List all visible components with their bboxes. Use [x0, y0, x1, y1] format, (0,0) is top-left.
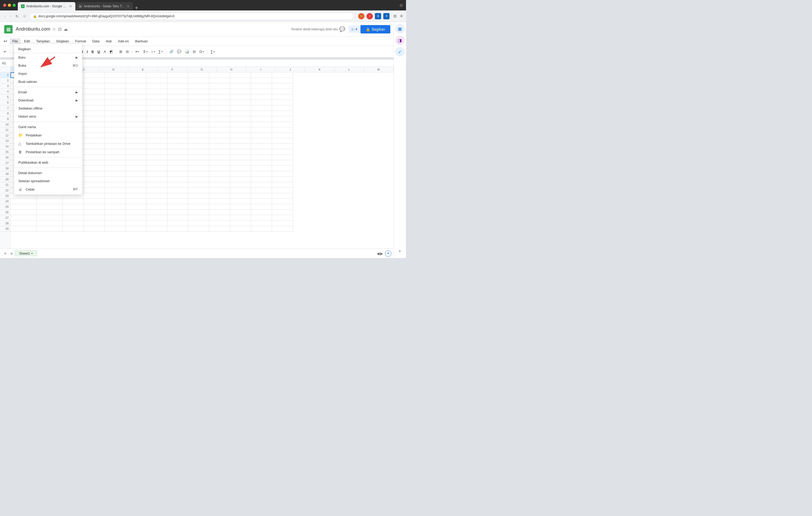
- cell-M6[interactable]: [272, 100, 293, 105]
- cell-J12[interactable]: [209, 133, 230, 138]
- cell-I13[interactable]: [188, 138, 209, 144]
- cell-I19[interactable]: [188, 171, 209, 177]
- cell-F17[interactable]: [125, 160, 146, 166]
- cell-M5[interactable]: [272, 94, 293, 100]
- cell-B29[interactable]: [37, 226, 63, 232]
- cell-E5[interactable]: [105, 94, 125, 100]
- cell-G17[interactable]: [146, 160, 167, 166]
- cell-D19[interactable]: [84, 171, 105, 177]
- cell-H28[interactable]: [167, 221, 188, 226]
- scroll-right-button[interactable]: ▶: [380, 251, 383, 256]
- cell-M22[interactable]: [272, 188, 293, 193]
- cell-H12[interactable]: [167, 133, 188, 138]
- cell-E14[interactable]: [105, 144, 125, 149]
- cell-M11[interactable]: [272, 127, 293, 133]
- cell-A29[interactable]: [10, 226, 37, 232]
- sidebar-forms-icon[interactable]: ◨: [395, 35, 405, 45]
- row-13[interactable]: 13: [0, 138, 10, 144]
- cell-E24[interactable]: [105, 199, 125, 204]
- cell-D16[interactable]: [84, 155, 105, 160]
- function-button[interactable]: ∑ ▾: [157, 49, 164, 55]
- sidebar-add-icon[interactable]: +: [395, 246, 405, 256]
- chart-button[interactable]: 📊: [183, 49, 191, 55]
- row-12[interactable]: 12: [0, 133, 10, 138]
- cell-G3[interactable]: [146, 83, 167, 89]
- cell-E13[interactable]: [105, 138, 125, 144]
- row-7[interactable]: 7: [0, 105, 10, 111]
- cell-E2[interactable]: [105, 78, 125, 83]
- cell-K17[interactable]: [230, 160, 251, 166]
- col-header-G[interactable]: G: [187, 67, 217, 72]
- cell-L16[interactable]: [251, 155, 272, 160]
- row-3[interactable]: 3: [0, 83, 10, 89]
- col-header-L[interactable]: L: [335, 67, 364, 72]
- cell-C25[interactable]: [63, 204, 84, 210]
- scroll-left-button[interactable]: ◀: [377, 251, 380, 256]
- cell-D7[interactable]: [84, 105, 105, 111]
- cell-D5[interactable]: [84, 94, 105, 100]
- add-tab-button[interactable]: +: [135, 5, 138, 10]
- cell-B24[interactable]: [37, 199, 63, 204]
- cell-G25[interactable]: [146, 204, 167, 210]
- cell-F1[interactable]: [125, 72, 146, 78]
- extensions-button[interactable]: ⧉: [392, 13, 398, 19]
- cell-E16[interactable]: [105, 155, 125, 160]
- cell-E4[interactable]: [105, 89, 125, 94]
- cell-G4[interactable]: [146, 89, 167, 94]
- row-2[interactable]: 2: [0, 78, 10, 83]
- row-9[interactable]: 9: [0, 116, 10, 122]
- italic-button[interactable]: I: [85, 49, 89, 55]
- cell-K28[interactable]: [230, 221, 251, 226]
- menu-item-cetak[interactable]: 🖨 Cetak ⌘P: [14, 185, 82, 193]
- cell-D4[interactable]: [84, 89, 105, 94]
- cell-M25[interactable]: [272, 204, 293, 210]
- address-input[interactable]: 🔒 docs.google.com/spreadsheets/d/1jFr-8W…: [30, 12, 354, 20]
- cell-K26[interactable]: [230, 210, 251, 215]
- cell-E26[interactable]: [105, 210, 125, 215]
- cell-D6[interactable]: [84, 100, 105, 105]
- cell-M19[interactable]: [272, 171, 293, 177]
- tab-web-close[interactable]: ✕: [126, 4, 130, 8]
- link-button[interactable]: 🔗: [168, 49, 175, 55]
- cell-D11[interactable]: [84, 127, 105, 133]
- row-4[interactable]: 4: [0, 89, 10, 94]
- cell-K29[interactable]: [230, 226, 251, 232]
- cell-F4[interactable]: [125, 89, 146, 94]
- browser-menu-icon[interactable]: ⊙: [400, 3, 403, 8]
- cell-I22[interactable]: [188, 188, 209, 193]
- cell-M14[interactable]: [272, 144, 293, 149]
- cell-L24[interactable]: [251, 199, 272, 204]
- cell-K7[interactable]: [230, 105, 251, 111]
- cell-J10[interactable]: [209, 122, 230, 127]
- cell-M29[interactable]: [272, 226, 293, 232]
- cell-G29[interactable]: [146, 226, 167, 232]
- cell-G23[interactable]: [146, 193, 167, 199]
- row-21[interactable]: 21: [0, 182, 10, 188]
- cell-J5[interactable]: [209, 94, 230, 100]
- cell-F5[interactable]: [125, 94, 146, 100]
- menu-data[interactable]: Data: [90, 38, 102, 44]
- cell-D18[interactable]: [84, 166, 105, 171]
- menu-item-email[interactable]: Email ▶: [14, 88, 82, 96]
- menu-item-buka[interactable]: Buka ⌘O: [14, 61, 82, 69]
- cell-F2[interactable]: [125, 78, 146, 83]
- merge-button[interactable]: ⊟: [124, 49, 130, 55]
- text-color-button[interactable]: A: [102, 49, 108, 55]
- presenter-button[interactable]: ▷ ▾: [349, 26, 360, 33]
- cell-J28[interactable]: [209, 221, 230, 226]
- menu-item-baru[interactable]: Baru ▶: [14, 53, 82, 61]
- cell-G5[interactable]: [146, 94, 167, 100]
- cell-K8[interactable]: [230, 111, 251, 116]
- cell-M13[interactable]: [272, 138, 293, 144]
- cell-J1[interactable]: [209, 72, 230, 78]
- cell-D1[interactable]: [84, 72, 105, 78]
- cell-M1[interactable]: [272, 72, 293, 78]
- cell-J8[interactable]: [209, 111, 230, 116]
- cell-G10[interactable]: [146, 122, 167, 127]
- align-button[interactable]: ≡ ▾: [134, 49, 141, 55]
- cell-E21[interactable]: [105, 182, 125, 188]
- folder-icon[interactable]: ⊡: [58, 27, 61, 32]
- cell-E19[interactable]: [105, 171, 125, 177]
- cell-F10[interactable]: [125, 122, 146, 127]
- col-header-D[interactable]: D: [99, 67, 128, 72]
